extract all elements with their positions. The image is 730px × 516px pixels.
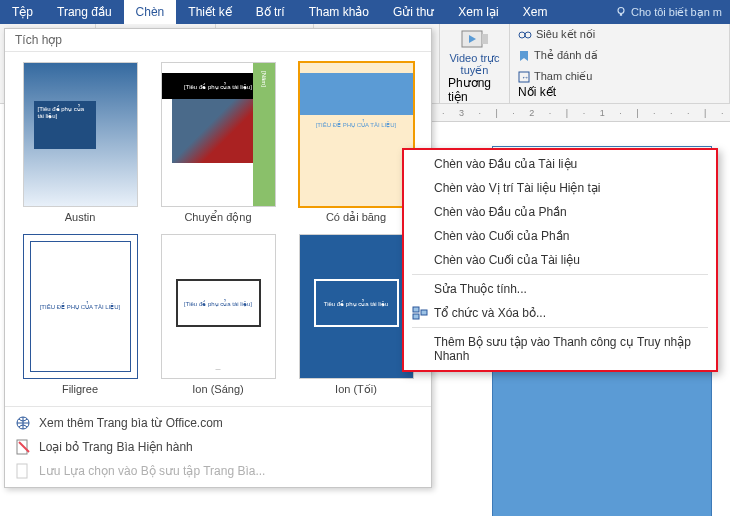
svg-rect-24 bbox=[421, 310, 427, 315]
gallery-section-title: Tích hợp bbox=[5, 29, 431, 52]
lightbulb-icon bbox=[615, 6, 627, 18]
separator bbox=[412, 274, 708, 275]
links-group-label: Nối kết bbox=[518, 85, 721, 99]
gallery-footer: Xem thêm Trang bìa từ Office.com Loại bỏ… bbox=[5, 406, 431, 487]
cover-page-gallery: Tích hợp [Tiêu đề phụ của tài liệu] Aust… bbox=[4, 28, 432, 488]
organize-icon bbox=[412, 305, 428, 321]
svg-rect-21 bbox=[17, 464, 27, 478]
separator bbox=[412, 327, 708, 328]
svg-rect-12 bbox=[482, 34, 488, 44]
tell-me-search[interactable]: Cho tôi biết bạn m bbox=[607, 6, 730, 19]
save-gallery-icon bbox=[15, 463, 31, 479]
bookmark-button[interactable]: Thẻ đánh dấ bbox=[518, 49, 721, 62]
context-insert-section-end[interactable]: Chèn vào Cuối của Phần bbox=[406, 224, 714, 248]
tab-view[interactable]: Xem bbox=[511, 0, 560, 24]
media-group-label: Phương tiện bbox=[448, 76, 501, 104]
crossref-label: Tham chiếu bbox=[534, 70, 592, 83]
svg-marker-15 bbox=[520, 51, 528, 61]
context-add-qat[interactable]: Thêm Bộ sưu tập vào Thanh công cụ Truy n… bbox=[406, 330, 714, 368]
tab-file[interactable]: Tệp bbox=[0, 0, 45, 24]
context-menu: Chèn vào Đầu của Tài liệu Chèn vào Vị tr… bbox=[402, 148, 718, 372]
tab-insert[interactable]: Chèn bbox=[124, 0, 177, 24]
svg-point-13 bbox=[519, 32, 525, 38]
tab-mailings[interactable]: Gửi thư bbox=[381, 0, 446, 24]
globe-icon bbox=[15, 415, 31, 431]
context-edit-properties[interactable]: Sửa Thuộc tính... bbox=[406, 277, 714, 301]
gallery-item-austin[interactable]: [Tiêu đề phụ của tài liệu] Austin bbox=[19, 62, 141, 224]
save-selection-button: Lưu Lựa chọn vào Bộ sưu tập Trang Bìa... bbox=[5, 459, 431, 483]
crossref-button[interactable]: ↔ Tham chiếu bbox=[518, 70, 721, 83]
tab-design[interactable]: Thiết kế bbox=[176, 0, 243, 24]
gallery-item-chuyendong[interactable]: [Tiêu đề phụ của tài liệu] [Năm] Chuyển … bbox=[157, 62, 279, 224]
remove-page-icon bbox=[15, 439, 31, 455]
hyperlink-label: Siêu kết nối bbox=[536, 28, 595, 41]
remove-cover-button[interactable]: Loại bỏ Trang Bìa Hiện hành bbox=[5, 435, 431, 459]
tell-me-text: Cho tôi biết bạn m bbox=[631, 6, 722, 19]
link-icon bbox=[518, 30, 532, 40]
tab-review[interactable]: Xem lại bbox=[446, 0, 510, 24]
context-organize-delete[interactable]: Tổ chức và Xóa bỏ... bbox=[406, 301, 714, 325]
context-insert-doc-begin[interactable]: Chèn vào Đầu của Tài liệu bbox=[406, 152, 714, 176]
svg-rect-19 bbox=[17, 440, 27, 454]
svg-rect-23 bbox=[413, 314, 419, 319]
hyperlink-button[interactable]: Siêu kết nối bbox=[518, 28, 721, 41]
crossref-icon: ↔ bbox=[518, 71, 530, 83]
gallery-item-codaibang[interactable]: [TIÊU ĐỀ PHỤ CỦA TÀI LIỆU] Có dải băng bbox=[295, 62, 417, 224]
context-insert-current[interactable]: Chèn vào Vị trí Tài liệu Hiện tại bbox=[406, 176, 714, 200]
gallery-item-ionsang[interactable]: [Tiêu đề phụ của tài liệu] — Ion (Sáng) bbox=[157, 234, 279, 396]
context-insert-doc-end[interactable]: Chèn vào Cuối của Tài liệu bbox=[406, 248, 714, 272]
svg-rect-22 bbox=[413, 307, 419, 312]
horizontal-ruler[interactable]: · 3 · | · 2 · | · 1 · | · · · | · 1 · | … bbox=[432, 104, 730, 122]
svg-point-0 bbox=[618, 8, 624, 14]
tab-home[interactable]: Trang đầu bbox=[45, 0, 124, 24]
tab-layout[interactable]: Bố trí bbox=[244, 0, 297, 24]
more-from-office-button[interactable]: Xem thêm Trang bìa từ Office.com bbox=[5, 411, 431, 435]
gallery-item-filigree[interactable]: [TIÊU ĐỀ PHỤ CỦA TÀI LIỆU] Filigree bbox=[19, 234, 141, 396]
online-video-label: Video trực tuyến bbox=[448, 52, 501, 76]
svg-rect-1 bbox=[620, 14, 622, 16]
bookmark-icon bbox=[518, 50, 530, 62]
svg-point-14 bbox=[525, 32, 531, 38]
context-insert-section-begin[interactable]: Chèn vào Đầu của Phần bbox=[406, 200, 714, 224]
online-video-button[interactable]: Video trực tuyến bbox=[448, 28, 501, 76]
gallery-item-iontoi[interactable]: Tiêu đề phụ của tài liệu Ion (Tối) bbox=[295, 234, 417, 396]
tab-references[interactable]: Tham khảo bbox=[297, 0, 381, 24]
svg-text:↔: ↔ bbox=[521, 73, 529, 82]
tab-bar: Tệp Trang đầu Chèn Thiết kế Bố trí Tham … bbox=[0, 0, 730, 24]
bookmark-label: Thẻ đánh dấ bbox=[534, 49, 598, 62]
video-icon bbox=[461, 28, 489, 50]
